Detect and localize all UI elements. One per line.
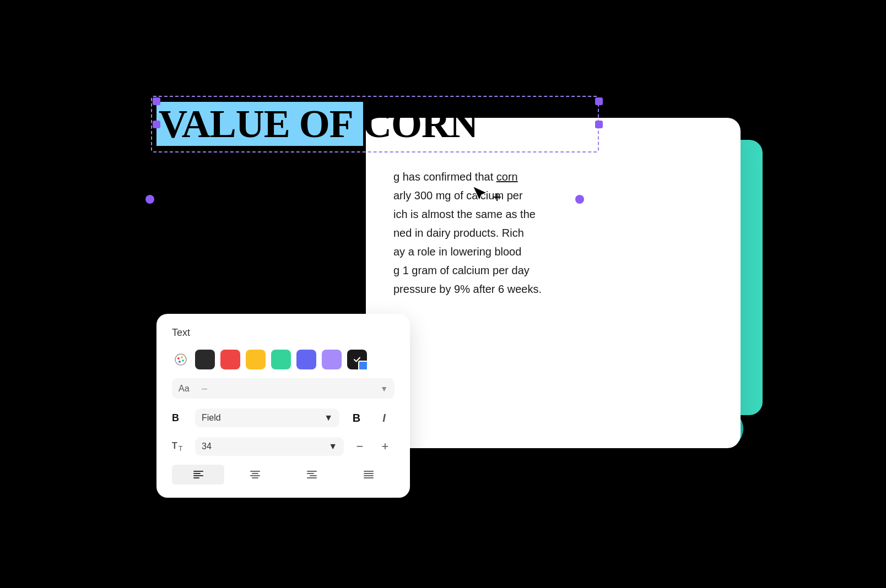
color-swatch-blue[interactable] bbox=[296, 350, 316, 369]
selection-handle-mr[interactable] bbox=[595, 121, 603, 128]
cursor-arrow bbox=[471, 184, 490, 206]
doc-text-line-7: pressure by 9% after 6 weeks. bbox=[393, 280, 713, 298]
color-swatch-yellow[interactable] bbox=[246, 350, 266, 369]
svg-point-2 bbox=[181, 356, 183, 358]
document-body: g has confirmed that corn arly 300 mg of… bbox=[393, 151, 713, 298]
color-swatch-red[interactable] bbox=[220, 350, 240, 369]
svg-text:T: T bbox=[179, 445, 183, 451]
color-swatch-purple[interactable] bbox=[322, 350, 342, 369]
align-center-button[interactable] bbox=[229, 465, 281, 484]
svg-point-4 bbox=[179, 361, 181, 363]
selection-handle-tr[interactable] bbox=[595, 97, 603, 105]
title-text: VALUE OF CORN bbox=[156, 101, 478, 147]
selection-handle-tl[interactable] bbox=[153, 97, 160, 105]
doc-text-line-1: g has confirmed that corn bbox=[393, 167, 713, 186]
corn-underline: corn bbox=[496, 171, 518, 183]
svg-point-3 bbox=[182, 360, 184, 362]
font-family-value: Field bbox=[202, 413, 221, 423]
doc-text-line-5: ay a role in lowering blood bbox=[393, 242, 713, 261]
color-swatch-black[interactable] bbox=[195, 350, 215, 369]
size-label: T T bbox=[172, 440, 188, 453]
title-area: VALUE OF CORN bbox=[156, 101, 478, 147]
panel-title: Text bbox=[172, 327, 395, 339]
selection-right-handle-dot[interactable] bbox=[575, 195, 584, 204]
font-size-minus-button[interactable]: − bbox=[350, 437, 369, 456]
font-size-plus-button[interactable]: + bbox=[376, 437, 395, 456]
font-family-dropdown-arrow[interactable]: ▼ bbox=[324, 413, 333, 423]
text-formatting-panel: Text bbox=[156, 314, 410, 498]
doc-text-line-2: arly 300 mg of calcium per bbox=[393, 186, 713, 205]
plus-cursor: + bbox=[493, 189, 501, 205]
document-card: g has confirmed that corn arly 300 mg of… bbox=[366, 118, 741, 448]
bold-button[interactable]: B bbox=[346, 407, 367, 428]
color-row bbox=[172, 350, 395, 369]
color-swatch-teal[interactable] bbox=[271, 350, 291, 369]
font-size-select[interactable]: 34 ▼ bbox=[195, 437, 344, 456]
font-style-row: B Field ▼ B I bbox=[172, 407, 395, 428]
font-label: Aa bbox=[179, 384, 195, 394]
font-value: – bbox=[202, 383, 374, 394]
font-size-value: 34 bbox=[202, 442, 212, 451]
palette-icon bbox=[172, 351, 190, 368]
title-normal-portion: CORN bbox=[363, 102, 478, 146]
alignment-row bbox=[172, 465, 395, 484]
arrow-cursor-icon bbox=[471, 184, 490, 204]
bold-section-label: B bbox=[172, 412, 188, 424]
doc-text-line-6: g 1 gram of calcium per day bbox=[393, 261, 713, 280]
size-dropdown-arrow[interactable]: ▼ bbox=[328, 442, 337, 451]
doc-text-line-4: ned in dairy products. Rich bbox=[393, 224, 713, 242]
font-family-row: Aa – ▼ bbox=[172, 378, 395, 399]
font-dropdown-arrow[interactable]: ▼ bbox=[380, 384, 388, 393]
svg-point-0 bbox=[175, 354, 186, 365]
italic-button[interactable]: I bbox=[374, 407, 395, 428]
svg-point-1 bbox=[177, 357, 180, 360]
selection-handle-ml[interactable] bbox=[153, 121, 160, 128]
selection-left-handle-dot[interactable] bbox=[145, 195, 154, 204]
align-left-button[interactable] bbox=[172, 465, 224, 484]
font-size-row: T T 34 ▼ − + bbox=[172, 437, 395, 456]
title-wrapper: VALUE OF CORN bbox=[156, 101, 478, 147]
color-picker-button[interactable] bbox=[347, 350, 367, 369]
align-right-indent-button[interactable] bbox=[285, 465, 338, 484]
font-family-select[interactable]: Field ▼ bbox=[195, 409, 339, 427]
doc-text-line-3: ich is almost the same as the bbox=[393, 205, 713, 224]
title-highlighted-portion: VALUE OF bbox=[156, 102, 363, 146]
scene: g has confirmed that corn arly 300 mg of… bbox=[112, 74, 774, 514]
svg-text:T: T bbox=[172, 441, 177, 450]
align-justify-button[interactable] bbox=[342, 465, 395, 484]
